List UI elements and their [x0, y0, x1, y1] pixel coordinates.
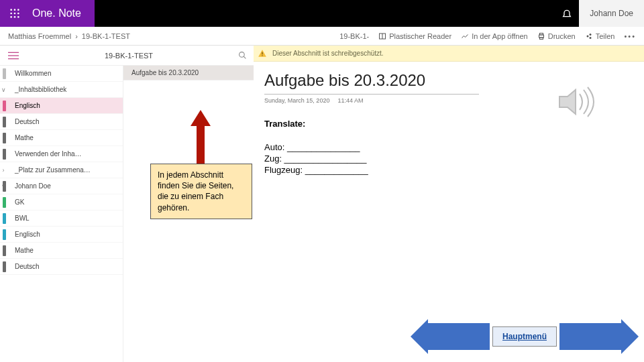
svg-rect-24	[262, 52, 262, 54]
section-color-tab	[3, 181, 6, 192]
svg-point-14	[586, 35, 588, 37]
section-item[interactable]: ∨_Inhaltsbibliothek	[0, 82, 123, 98]
section-color-tab	[3, 197, 6, 208]
nav-controls: Hauptmenü	[428, 323, 621, 350]
search-icon[interactable]	[231, 51, 254, 60]
nav-pane: 19-BK-1-TEST Willkommen∨_Inhaltsbiblioth…	[0, 46, 254, 362]
svg-point-20	[239, 52, 244, 58]
share-button[interactable]: Teilen	[585, 32, 615, 40]
svg-point-1	[14, 9, 16, 11]
section-item[interactable]: Willkommen	[0, 66, 123, 82]
section-label: Mathe	[15, 134, 34, 141]
readonly-banner: Dieser Abschnitt ist schreibgeschützt.	[254, 46, 644, 62]
svg-point-15	[589, 34, 591, 36]
main-menu-link[interactable]: Hauptmenü	[492, 326, 557, 347]
section-label: Englisch	[15, 231, 40, 238]
section-color-tab	[3, 261, 6, 272]
chevron-right-icon: ›	[75, 32, 78, 40]
section-label: Willkommen	[15, 70, 51, 77]
translate-heading: Translate:	[264, 119, 644, 129]
section-color-tab	[3, 149, 6, 160]
section-color-tab	[3, 68, 6, 79]
notifications-icon[interactable]	[555, 8, 579, 19]
section-color-tab	[3, 229, 6, 240]
svg-point-16	[589, 37, 591, 39]
more-icon[interactable]: •••	[624, 32, 636, 40]
section-label: Mathe	[15, 247, 34, 254]
page-time: 11:44 AM	[337, 97, 363, 104]
topbar: One. Note Johann Doe	[0, 0, 644, 27]
section-label: Deutsch	[15, 118, 40, 125]
crumb-notebook[interactable]: 19-BK-1-TEST	[82, 32, 130, 40]
section-label: _Inhaltsbibliothek	[15, 86, 66, 93]
next-arrow-button[interactable]	[559, 323, 621, 350]
svg-point-6	[10, 16, 12, 18]
page-date: Sunday, March 15, 2020	[264, 97, 329, 104]
translate-line: Auto: _______________	[264, 142, 644, 152]
section-color-tab	[3, 101, 6, 111]
section-color-tab	[3, 133, 6, 143]
svg-rect-11	[539, 35, 543, 38]
expand-icon[interactable]: ›	[0, 167, 8, 174]
svg-rect-25	[262, 55, 262, 56]
section-item[interactable]: Deutsch	[0, 259, 123, 275]
prev-arrow-button[interactable]	[428, 323, 490, 350]
svg-point-5	[17, 13, 19, 15]
section-label: Deutsch	[15, 263, 40, 270]
command-bar: Matthias Froemmel › 19-BK-1-TEST 19-BK-1…	[0, 27, 644, 46]
section-item[interactable]: Mathe	[0, 243, 123, 259]
section-label: GK	[15, 198, 24, 206]
section-item[interactable]: ›_Platz zur Zusammena…	[0, 162, 123, 178]
svg-point-8	[17, 16, 19, 18]
pages-list: Aufgabe bis 20.3.2020 In jedem Abschnitt…	[123, 66, 254, 362]
expand-icon[interactable]: ∨	[0, 86, 8, 93]
svg-point-2	[17, 9, 19, 11]
svg-point-7	[14, 16, 16, 18]
open-in-app-button[interactable]: In der App öffnen	[461, 32, 528, 40]
section-label: Verwenden der Inha…	[15, 150, 82, 158]
svg-point-3	[10, 13, 12, 15]
section-label: Englisch	[15, 102, 40, 109]
print-button[interactable]: Drucken	[537, 32, 576, 40]
svg-rect-13	[539, 38, 543, 40]
section-item[interactable]: Englisch	[0, 98, 123, 114]
page-item-selected[interactable]: Aufgabe bis 20.3.2020	[123, 66, 254, 80]
translate-line: Zug: _________________	[264, 154, 644, 164]
svg-marker-22	[191, 110, 211, 164]
crumb-truncated: 19-BK-1-	[339, 32, 369, 40]
breadcrumb[interactable]: Matthias Froemmel › 19-BK-1-TEST	[8, 32, 130, 40]
translate-line: Flugzeug: _____________	[264, 165, 644, 175]
app-name: One. Note	[30, 0, 95, 27]
section-item[interactable]: Mathe	[0, 130, 123, 146]
notebook-title[interactable]: 19-BK-1-TEST	[27, 52, 231, 60]
section-color-tab	[3, 213, 6, 224]
section-item[interactable]: BWL	[0, 210, 123, 227]
page-content: Dieser Abschnitt ist schreibgeschützt. A…	[254, 46, 644, 362]
section-item[interactable]: ∨Johann Doe	[0, 178, 123, 194]
svg-marker-26	[559, 90, 576, 114]
section-item[interactable]: GK	[0, 194, 123, 210]
svg-point-4	[14, 13, 16, 15]
section-label: BWL	[15, 215, 30, 222]
section-color-tab	[3, 245, 6, 256]
app-launcher-icon[interactable]	[0, 0, 30, 27]
section-color-tab	[3, 117, 6, 127]
section-item[interactable]: Deutsch	[0, 114, 123, 130]
arrow-up-icon	[191, 110, 211, 164]
immersive-reader-button[interactable]: Plastischer Reader	[378, 32, 451, 40]
sections-list: Willkommen∨_InhaltsbibliothekEnglischDeu…	[0, 66, 123, 362]
svg-line-21	[244, 56, 246, 58]
section-label: _Platz zur Zusammena…	[15, 166, 91, 174]
hamburger-icon[interactable]	[0, 52, 27, 60]
user-name[interactable]: Johann Doe	[579, 0, 644, 27]
section-item[interactable]: Englisch	[0, 227, 123, 243]
speaker-icon[interactable]	[557, 86, 597, 118]
annotation-note: In jedem Abschnitt finden Sie die Seiten…	[150, 164, 252, 219]
warning-icon	[258, 49, 267, 58]
section-label: Johann Doe	[15, 182, 51, 190]
svg-point-0	[10, 9, 12, 11]
svg-rect-12	[539, 33, 543, 35]
crumb-owner[interactable]: Matthias Froemmel	[8, 32, 71, 40]
section-item[interactable]: Verwenden der Inha…	[0, 146, 123, 162]
